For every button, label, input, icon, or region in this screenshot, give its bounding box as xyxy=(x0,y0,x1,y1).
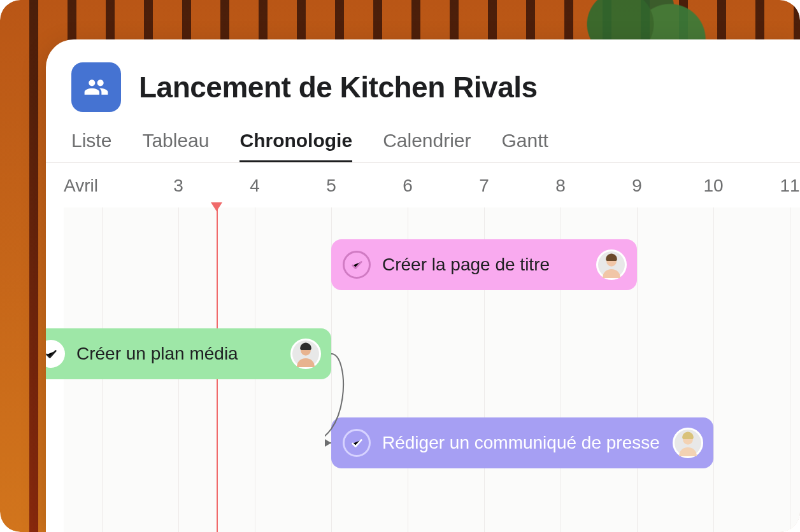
month-label: Avril xyxy=(64,176,140,196)
view-tabs: Liste Tableau Chronologie Calendrier Gan… xyxy=(46,123,800,162)
assignee-avatar[interactable] xyxy=(673,428,703,458)
tab-chronologie[interactable]: Chronologie xyxy=(239,123,352,162)
assignee-avatar[interactable] xyxy=(290,339,321,369)
people-icon xyxy=(83,74,109,100)
project-panel: Lancement de Kitchen Rivals Liste Tablea… xyxy=(46,39,800,532)
day-col-11: 11 xyxy=(752,176,800,196)
task-label: Créer la page de titre xyxy=(382,255,585,275)
gridline xyxy=(713,207,714,532)
task-press-release[interactable]: Rédiger un communiqué de presse xyxy=(331,417,713,468)
today-marker-icon xyxy=(211,202,222,211)
project-header: Lancement de Kitchen Rivals xyxy=(46,39,800,123)
day-col-4: 4 xyxy=(217,176,293,196)
project-title: Lancement de Kitchen Rivals xyxy=(139,70,538,104)
day-col-6: 6 xyxy=(369,176,446,196)
timeline-day-header: Avril 3 4 5 6 7 8 9 10 11 xyxy=(46,162,800,207)
tab-liste[interactable]: Liste xyxy=(71,123,111,162)
project-icon[interactable] xyxy=(71,62,121,112)
day-col-5: 5 xyxy=(293,176,369,196)
day-col-8: 8 xyxy=(522,176,599,196)
tab-gantt[interactable]: Gantt xyxy=(502,123,548,162)
day-col-3: 3 xyxy=(140,176,217,196)
day-col-7: 7 xyxy=(446,176,522,196)
task-title-page[interactable]: Créer la page de titre xyxy=(331,239,637,290)
tab-calendrier[interactable]: Calendrier xyxy=(383,123,471,162)
check-complete-icon[interactable] xyxy=(46,340,65,368)
gridline xyxy=(790,207,790,532)
task-media-plan[interactable]: Créer un plan média xyxy=(46,328,331,379)
gridline xyxy=(637,207,638,532)
check-circle-icon[interactable] xyxy=(343,251,371,279)
day-col-9: 9 xyxy=(599,176,675,196)
day-col-10: 10 xyxy=(675,176,752,196)
task-label: Rédiger un communiqué de presse xyxy=(382,433,661,453)
timeline-body[interactable]: Créer la page de titreCréer un plan médi… xyxy=(64,207,800,532)
assignee-avatar[interactable] xyxy=(596,249,627,280)
task-label: Créer un plan média xyxy=(76,344,279,364)
tab-tableau[interactable]: Tableau xyxy=(142,123,209,162)
dependency-arrow xyxy=(325,347,363,456)
